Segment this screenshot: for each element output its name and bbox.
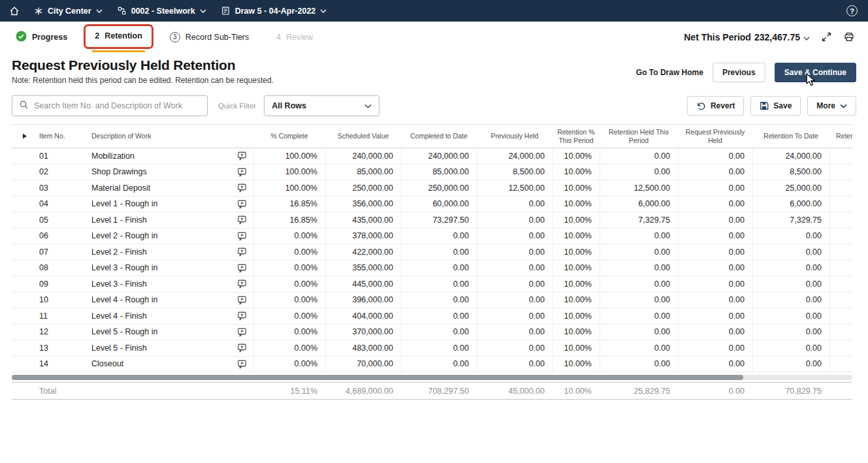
add-comment-icon[interactable]: [237, 263, 247, 273]
retention-pct-cell[interactable]: 10.00%: [553, 148, 600, 164]
scheduled-value-cell: 435,000.00: [325, 212, 401, 228]
retention-pct-cell[interactable]: 10.00%: [553, 244, 600, 260]
table-row: 09 Level 3 - Finish 0.00% 445,000.00 0.0…: [12, 276, 852, 293]
retention-pct-cell[interactable]: 10.00%: [553, 197, 600, 212]
add-comment-icon[interactable]: [237, 343, 247, 353]
pct-complete-cell: 0.00%: [253, 308, 325, 324]
retention-date-cell: [829, 308, 852, 324]
retention-pct-cell[interactable]: 10.00%: [553, 357, 600, 372]
add-comment-icon[interactable]: [237, 215, 247, 225]
retention-pct-cell[interactable]: 10.00%: [553, 340, 600, 356]
completed-to-date-cell: 250,000.00: [401, 180, 477, 196]
horizontal-scrollbar[interactable]: [12, 375, 852, 380]
retention-held-cell: 0.00: [600, 293, 678, 308]
request-previously-held-cell[interactable]: 0.00: [678, 261, 752, 276]
retention-pct-cell[interactable]: 10.00%: [553, 261, 600, 276]
request-previously-held-cell[interactable]: 0.00: [678, 340, 752, 356]
total-pct-complete: 15.11%: [253, 383, 325, 399]
step-retention[interactable]: 2 Retention: [92, 22, 145, 52]
expand-icon[interactable]: [821, 31, 832, 42]
scheduled-value-cell: 70,000.00: [325, 357, 401, 372]
request-previously-held-cell[interactable]: 0.00: [678, 276, 752, 292]
previously-held-cell: 0.00: [477, 276, 553, 292]
add-comment-icon[interactable]: [237, 279, 247, 289]
description-cell: Shop Drawings: [91, 167, 230, 176]
request-previously-held-cell[interactable]: 0.00: [678, 148, 752, 164]
help-icon[interactable]: ?: [846, 5, 858, 16]
retention-to-date-cell: 0.00: [752, 308, 829, 324]
more-button[interactable]: More: [807, 96, 856, 116]
add-comment-icon[interactable]: [237, 247, 247, 257]
go-to-draw-home-link[interactable]: Go To Draw Home: [636, 68, 703, 77]
chevron-down-icon: [320, 9, 327, 13]
retention-pct-cell[interactable]: 10.00%: [553, 165, 600, 180]
add-comment-icon[interactable]: [237, 327, 247, 337]
horizontal-scrollbar-thumb[interactable]: [12, 375, 743, 380]
net-this-period[interactable]: Net This Period 232,467.75: [684, 32, 810, 42]
request-previously-held-cell[interactable]: 0.00: [678, 197, 752, 212]
retention-pct-cell[interactable]: 10.00%: [553, 293, 600, 308]
add-comment-icon[interactable]: [237, 311, 247, 321]
search-input[interactable]: [34, 101, 201, 110]
request-previously-held-cell[interactable]: 0.00: [678, 308, 752, 324]
request-previously-held-cell[interactable]: 0.00: [678, 180, 752, 196]
add-comment-icon[interactable]: [237, 231, 247, 241]
quick-filter-label: Quick Filter: [218, 102, 256, 110]
description-cell: Level 5 - Rough in: [91, 327, 230, 336]
quick-filter-select[interactable]: All Rows: [264, 95, 379, 116]
line-items-table: Item No. Description of Work % Complete …: [12, 124, 852, 400]
step-number: 4: [276, 33, 281, 42]
request-previously-held-cell[interactable]: 0.00: [678, 357, 752, 372]
add-comment-icon[interactable]: [237, 295, 247, 305]
total-retention-to-date: 70,829.75: [752, 383, 829, 399]
pct-complete-cell: 100.00%: [253, 165, 325, 180]
previously-held-cell: 0.00: [477, 340, 553, 356]
home-icon[interactable]: [9, 6, 20, 16]
step-record-sub-tiers[interactable]: 3 Record Sub-Tiers: [167, 22, 252, 52]
print-icon[interactable]: [843, 31, 855, 42]
retention-date-cell: [829, 244, 852, 260]
retention-to-date-cell: 0.00: [752, 293, 829, 308]
add-comment-icon[interactable]: [237, 183, 247, 193]
add-comment-icon[interactable]: [237, 151, 247, 161]
add-comment-icon[interactable]: [237, 167, 247, 177]
contract-selector[interactable]: 0002 - Steelwork: [117, 6, 206, 16]
expand-all-icon[interactable]: [12, 133, 38, 139]
retention-pct-cell[interactable]: 10.00%: [553, 276, 600, 292]
retention-pct-cell[interactable]: 10.00%: [553, 180, 600, 196]
retention-pct-cell[interactable]: 10.00%: [553, 229, 600, 244]
chevron-down-icon: [96, 9, 103, 13]
completed-to-date-cell: 60,000.00: [401, 197, 477, 212]
retention-pct-cell[interactable]: 10.00%: [553, 212, 600, 228]
draw-selector[interactable]: Draw 5 - 04-Apr-2022: [221, 6, 327, 16]
retention-pct-cell[interactable]: 10.00%: [553, 325, 600, 340]
completed-to-date-cell: 0.00: [401, 244, 477, 260]
previous-button[interactable]: Previous: [713, 63, 765, 82]
previously-held-cell: 12,500.00: [477, 180, 553, 196]
request-previously-held-cell[interactable]: 0.00: [678, 165, 752, 180]
net-value: 232,467.75: [754, 32, 800, 42]
retention-date-cell: [829, 357, 852, 372]
project-selector[interactable]: City Center: [34, 7, 103, 16]
request-previously-held-cell[interactable]: 0.00: [678, 244, 752, 260]
retention-to-date-cell: 8,500.00: [752, 165, 829, 180]
request-previously-held-cell[interactable]: 0.00: [678, 325, 752, 340]
step-progress[interactable]: Progress: [13, 22, 70, 52]
previously-held-cell: 0.00: [477, 308, 553, 324]
request-previously-held-cell[interactable]: 0.00: [678, 293, 752, 308]
completed-to-date-cell: 0.00: [401, 308, 477, 324]
scheduled-value-cell: 378,000.00: [325, 229, 401, 244]
col-item-no: Item No.: [38, 132, 91, 140]
request-previously-held-cell[interactable]: 0.00: [678, 229, 752, 244]
save-button[interactable]: Save: [750, 96, 801, 116]
add-comment-icon[interactable]: [237, 359, 247, 369]
save-continue-button[interactable]: Save & Continue: [775, 63, 856, 82]
add-comment-icon[interactable]: [237, 199, 247, 209]
revert-button[interactable]: Revert: [687, 96, 744, 116]
col-retention-date: Retention Date: [829, 132, 852, 140]
request-previously-held-cell[interactable]: 0.00: [678, 212, 752, 228]
draw-icon: [221, 6, 231, 16]
retention-pct-cell[interactable]: 10.00%: [553, 308, 600, 324]
retention-date-cell: [829, 148, 852, 164]
retention-date-cell: [829, 340, 852, 356]
